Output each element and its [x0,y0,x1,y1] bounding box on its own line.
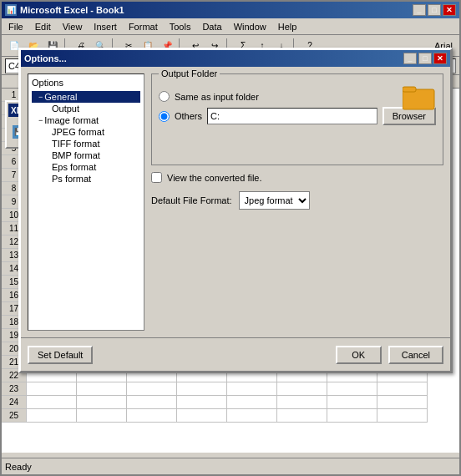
cell-24-4[interactable] [227,396,277,409]
cell-25-4[interactable] [227,409,277,423]
cell-25-1[interactable] [77,409,127,423]
row-num-25: 25 [2,409,27,423]
format-select[interactable]: Jpeg format TIFF format BMP format Eps f… [239,191,310,210]
expand-image-format: − [38,116,43,124]
cell-24-2[interactable] [127,396,177,409]
set-default-button[interactable]: Set Default [28,346,93,364]
view-converted-checkbox[interactable] [151,172,162,183]
row-num-23: 23 [2,382,27,396]
svg-rect-1 [403,87,416,92]
table-row: 24 [2,396,459,409]
options-dialog: Options... _ □ ✕ Options − General Outpu… [18,48,453,373]
menu-window[interactable]: Window [229,20,271,33]
tree-item-ps[interactable]: Ps format [32,173,140,185]
maximize-button[interactable]: □ [428,4,441,16]
cell-24-0[interactable] [27,396,77,409]
title-bar: 📊 Microsoft Excel - Book1 _ □ ✕ [2,2,459,18]
radio-others-input[interactable] [159,111,170,122]
options-tree: Options − General Output − Image format … [28,73,144,331]
cell-25-3[interactable] [177,409,227,423]
cell-25-5[interactable] [277,409,327,423]
folder-icon [403,83,436,113]
tree-item-bmp[interactable]: BMP format [32,149,140,161]
output-folder-title: Output Folder [159,68,220,78]
cell-25-7[interactable] [377,409,428,423]
status-text: Ready [5,462,32,472]
options-body: Options − General Output − Image format … [21,67,450,337]
minimize-button[interactable]: _ [413,4,426,16]
menu-file[interactable]: File [3,20,28,33]
tree-item-general[interactable]: − General [32,91,140,103]
cell-24-7[interactable] [377,396,428,409]
options-minimize-button[interactable]: _ [403,53,417,64]
cell-24-5[interactable] [277,396,327,409]
cell-24-1[interactable] [77,396,127,409]
options-title-bar: Options... _ □ ✕ [21,50,450,67]
others-path-input[interactable] [207,108,377,124]
row-num-24: 24 [2,396,27,409]
cell-24-6[interactable] [327,396,377,409]
tree-item-output[interactable]: Output [32,103,140,114]
cell-23-3[interactable] [177,382,227,396]
cell-23-7[interactable] [377,382,428,396]
cell-24-3[interactable] [177,396,227,409]
menu-bar: File Edit View Insert Format Tools Data … [2,18,459,35]
radio-same-input[interactable] [159,91,170,102]
cell-25-6[interactable] [327,409,377,423]
status-bar: Ready [2,458,459,474]
cell-23-6[interactable] [327,382,377,396]
ok-cancel-buttons: OK Cancel [336,346,443,364]
cell-23-0[interactable] [27,382,77,396]
menu-edit[interactable]: Edit [30,20,56,33]
radio-same-label: Same as input folder [175,92,259,102]
menu-tools[interactable]: Tools [165,20,196,33]
cell-23-2[interactable] [127,382,177,396]
cancel-button[interactable]: Cancel [388,346,443,364]
cell-23-5[interactable] [277,382,327,396]
radio-same-row: Same as input folder [159,91,436,102]
table-row: 25 [2,409,459,423]
tree-item-jpeg[interactable]: JPEG format [32,126,140,138]
menu-format[interactable]: Format [124,20,163,33]
cell-25-0[interactable] [27,409,77,423]
tree-item-eps[interactable]: Eps format [32,161,140,173]
svg-rect-0 [403,89,434,109]
menu-view[interactable]: View [58,20,88,33]
title-bar-buttons: _ □ ✕ [413,4,456,16]
options-title-text: Options... [24,53,400,63]
options-title-buttons: _ □ ✕ [403,53,447,64]
excel-icon: 📊 [5,4,17,16]
tree-item-image-format[interactable]: − Image format [32,114,140,126]
view-converted-row: View the converted file. [151,172,443,183]
menu-help[interactable]: Help [273,20,302,33]
menu-insert[interactable]: Insert [89,20,122,33]
default-format-row: Default File Format: Jpeg format TIFF fo… [151,191,443,210]
excel-window: 📊 Microsoft Excel - Book1 _ □ ✕ File Edi… [0,0,461,476]
cell-25-2[interactable] [127,409,177,423]
cell-23-4[interactable] [227,382,277,396]
options-right-panel: Output Folder Same as input folder [151,73,443,331]
format-label: Default File Format: [151,195,232,205]
output-folder-group: Output Folder Same as input folder [151,73,443,165]
options-close-button[interactable]: ✕ [433,53,447,64]
menu-data[interactable]: Data [197,20,226,33]
radio-others-label: Others [175,111,202,121]
tree-item-tiff[interactable]: TIFF format [32,138,140,149]
cell-23-1[interactable] [77,382,127,396]
ok-button[interactable]: OK [336,346,382,364]
table-row: 23 [2,382,459,396]
others-row: Others Browser [159,107,436,125]
options-maximize-button[interactable]: □ [418,53,432,64]
expand-general: − [38,93,43,101]
tree-title: Options [32,78,140,88]
close-button[interactable]: ✕ [443,4,456,16]
view-converted-label: View the converted file. [167,173,262,183]
window-title: Microsoft Excel - Book1 [20,5,409,15]
options-bottom-bar: Set Default OK Cancel [21,337,450,371]
